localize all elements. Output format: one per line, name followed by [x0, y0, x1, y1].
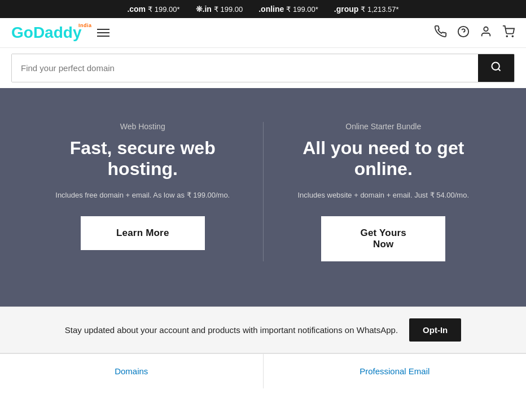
hero-card-2-title: All you need to get online. — [280, 138, 487, 180]
tld-group-price: ₹ 1,213.57* — [361, 5, 398, 14]
user-icon-button[interactable] — [480, 25, 492, 41]
footer-links: Domains Professional Email — [0, 353, 526, 388]
hamburger-line-3 — [97, 36, 109, 37]
tld-group-name: .group — [334, 5, 359, 14]
get-yours-now-button[interactable]: Get Yours Now — [321, 216, 445, 261]
header-icons — [435, 25, 515, 41]
header: GoDaddy India — [0, 18, 526, 48]
logo-india-label: India — [78, 23, 92, 28]
opt-in-button[interactable]: Opt-In — [409, 318, 461, 342]
hero-card-1-subtitle: Web Hosting — [120, 122, 165, 131]
hero-card-2-description: Includes website + domain + email. Just … — [297, 190, 469, 201]
svg-point-4 — [492, 63, 499, 70]
help-icon-button[interactable] — [457, 25, 470, 41]
top-bar: .com ₹ 199.00* ❊.in ₹ 199.00 .online ₹ 1… — [0, 0, 526, 18]
tld-com-price: ₹ 199.00* — [148, 5, 179, 14]
footer-link-professional-email[interactable]: Professional Email — [264, 354, 527, 388]
svg-point-1 — [484, 27, 488, 30]
search-button[interactable] — [478, 54, 514, 82]
logo[interactable]: GoDaddy India — [11, 24, 81, 42]
hamburger-line-2 — [97, 32, 109, 33]
hamburger-line-1 — [97, 29, 109, 30]
svg-point-2 — [506, 36, 507, 37]
search-input[interactable] — [12, 54, 478, 82]
hero-card-1-description: Includes free domain + email. As low as … — [55, 190, 230, 201]
tld-online[interactable]: .online ₹ 199.00* — [258, 5, 318, 14]
tld-com-name: .com — [127, 5, 146, 14]
tld-in[interactable]: ❊.in ₹ 199.00 — [196, 5, 243, 14]
tld-online-price: ₹ 199.00* — [286, 5, 318, 14]
hero-card-1: Web Hosting Fast, secure web hosting. In… — [23, 122, 263, 261]
tld-com[interactable]: .com ₹ 199.00* — [127, 5, 179, 14]
svg-point-3 — [512, 36, 513, 37]
tld-in-name: ❊.in — [196, 5, 212, 14]
hero-card-2: Online Starter Bundle All you need to ge… — [263, 122, 504, 261]
notification-text: Stay updated about your account and prod… — [65, 325, 398, 335]
learn-more-button[interactable]: Learn More — [81, 216, 205, 250]
search-bar — [11, 54, 515, 82]
hamburger-menu-button[interactable] — [95, 27, 112, 39]
footer-link-domains[interactable]: Domains — [0, 354, 264, 388]
tld-group[interactable]: .group ₹ 1,213.57* — [334, 5, 399, 14]
notification-bar: Stay updated about your account and prod… — [0, 307, 526, 353]
phone-icon-button[interactable] — [435, 25, 447, 41]
hero-card-1-title: Fast, secure web hosting. — [40, 138, 246, 180]
logo-text: GoDaddy — [11, 24, 81, 41]
tld-in-price: ₹ 199.00 — [214, 5, 243, 14]
tld-online-name: .online — [258, 5, 284, 14]
hero-card-2-subtitle: Online Starter Bundle — [345, 122, 421, 131]
hero-section: Web Hosting Fast, secure web hosting. In… — [0, 88, 526, 307]
cart-icon-button[interactable] — [502, 25, 515, 41]
